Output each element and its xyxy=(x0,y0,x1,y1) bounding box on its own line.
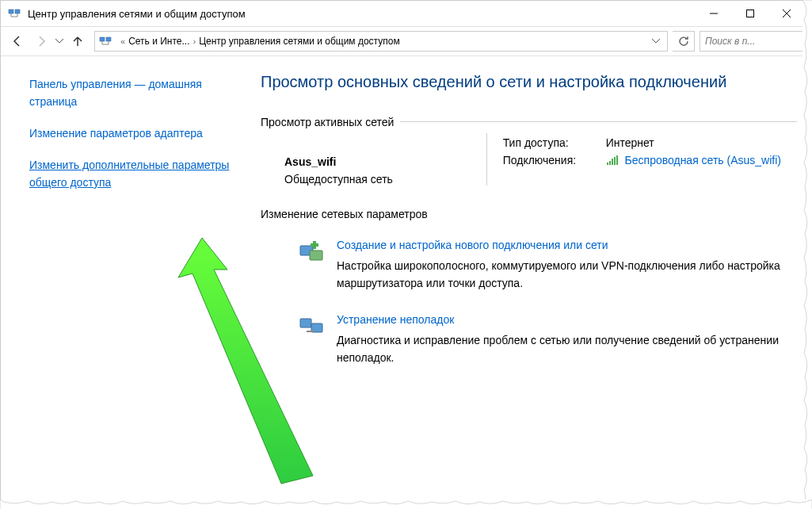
address-icon xyxy=(98,34,112,48)
window-title: Центр управления сетями и общим доступом xyxy=(28,8,696,20)
active-network: Asus_wifi Общедоступная сеть Тип доступа… xyxy=(261,133,797,186)
back-button[interactable] xyxy=(6,29,29,53)
action-desc: Диагностика и исправление проблем с сеть… xyxy=(337,331,797,366)
breadcrumb-segment[interactable]: Центр управления сетями и общим доступом xyxy=(199,36,400,47)
navbar: « Сеть и Инте... › Центр управления сетя… xyxy=(1,26,811,56)
active-networks-label: Просмотр активных сетей xyxy=(261,116,400,128)
breadcrumb-chevron[interactable]: › xyxy=(193,36,196,46)
svg-rect-23 xyxy=(300,319,311,327)
action-link-troubleshoot[interactable]: Устранение неполадок xyxy=(337,313,454,326)
history-dropdown[interactable] xyxy=(53,29,66,53)
action-troubleshoot: Устранение неполадок Диагностика и испра… xyxy=(261,306,797,373)
svg-rect-20 xyxy=(310,251,322,260)
page-title: Просмотр основных сведений о сети и наст… xyxy=(261,71,797,93)
address-bar[interactable]: « Сеть и Инте... › Центр управления сетя… xyxy=(94,31,668,52)
maximize-button[interactable] xyxy=(732,2,768,25)
svg-rect-16 xyxy=(612,159,613,165)
breadcrumb-segment[interactable]: Сеть и Инте... xyxy=(128,36,189,47)
up-button[interactable] xyxy=(66,29,90,53)
address-dropdown[interactable] xyxy=(648,32,664,51)
svg-rect-10 xyxy=(106,37,111,41)
action-link-new-connection[interactable]: Создание и настройка нового подключения … xyxy=(337,239,608,251)
svg-rect-22 xyxy=(311,243,318,247)
network-type: Общедоступная сеть xyxy=(284,173,486,186)
torn-edge-decoration xyxy=(0,499,812,509)
network-name: Asus_wifi xyxy=(284,155,486,168)
svg-rect-6 xyxy=(747,10,754,17)
svg-rect-0 xyxy=(9,10,13,13)
new-connection-icon xyxy=(297,238,326,266)
sidebar-link-advanced-sharing[interactable]: Изменить дополнительные параметры общего… xyxy=(29,156,231,191)
sidebar: Панель управления — домашняя страница Из… xyxy=(1,56,246,508)
titlebar: Центр управления сетями и общим доступом xyxy=(1,1,811,26)
search-input[interactable] xyxy=(705,36,801,47)
svg-rect-15 xyxy=(609,161,611,165)
wifi-signal-icon xyxy=(606,155,619,168)
access-type-label: Тип доступа: xyxy=(503,136,606,149)
troubleshoot-icon xyxy=(297,312,326,341)
minimize-button[interactable] xyxy=(696,2,732,25)
svg-line-7 xyxy=(783,10,791,17)
sidebar-link-home[interactable]: Панель управления — домашняя страница xyxy=(29,75,231,110)
app-icon xyxy=(7,6,21,21)
svg-rect-1 xyxy=(15,10,20,13)
action-new-connection: Создание и настройка нового подключения … xyxy=(261,232,797,298)
content-area: Просмотр основных сведений о сети и наст… xyxy=(246,56,811,508)
action-desc: Настройка широкополосного, коммутируемог… xyxy=(337,257,797,292)
svg-line-8 xyxy=(783,10,791,17)
close-button[interactable] xyxy=(768,2,805,25)
change-settings-label: Изменение сетевых параметров xyxy=(261,208,797,220)
forward-button[interactable] xyxy=(29,29,53,53)
svg-rect-18 xyxy=(616,155,618,165)
access-type-value: Интернет xyxy=(606,136,781,149)
breadcrumb-chevron[interactable]: « xyxy=(120,36,125,46)
svg-rect-9 xyxy=(100,37,105,41)
svg-rect-17 xyxy=(614,157,616,165)
svg-rect-14 xyxy=(607,163,608,165)
connection-link[interactable]: Беспроводная сеть (Asus_wifi) xyxy=(625,154,781,166)
refresh-button[interactable] xyxy=(673,31,695,52)
search-box[interactable] xyxy=(700,31,806,52)
connections-label: Подключения: xyxy=(503,154,606,168)
sidebar-link-adapter-settings[interactable]: Изменение параметров адаптера xyxy=(29,124,231,142)
torn-edge-decoration xyxy=(802,0,812,509)
